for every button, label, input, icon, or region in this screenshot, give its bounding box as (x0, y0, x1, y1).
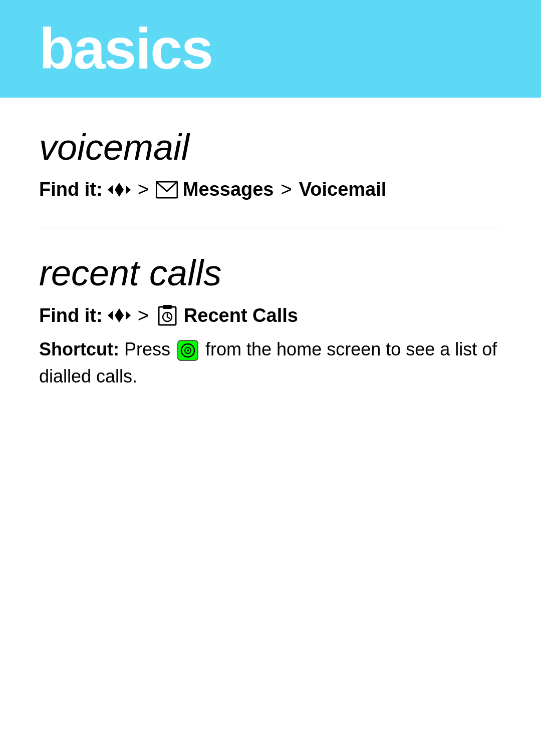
find-it-label-recent-calls: Find it: (39, 302, 103, 329)
voicemail-find-it: Find it: > Message (39, 176, 502, 203)
green-phone-icon (177, 340, 198, 361)
recent-calls-title: recent calls (39, 253, 502, 293)
header-bar: basics (0, 0, 541, 98)
shortcut-text-before: Press (124, 339, 175, 359)
svg-marker-4 (108, 311, 113, 320)
main-content: voicemail Find it: > (0, 98, 541, 445)
messages-label: Messages (183, 176, 274, 203)
find-it-label-voicemail: Find it: (39, 176, 103, 203)
recent-calls-section: recent calls Find it: > (39, 253, 502, 390)
voicemail-title: voicemail (39, 128, 502, 167)
voicemail-label: Voicemail (299, 176, 387, 203)
recent-calls-find-it: Find it: > (39, 302, 502, 329)
section-divider (39, 228, 502, 228)
svg-marker-2 (126, 185, 131, 194)
page-title: basics (39, 20, 212, 78)
phone-book-icon (156, 305, 179, 326)
voicemail-section: voicemail Find it: > (39, 128, 502, 203)
arrow-2-voicemail: > (281, 176, 292, 203)
svg-line-11 (167, 317, 170, 318)
svg-marker-0 (108, 185, 113, 194)
svg-marker-6 (126, 311, 131, 320)
svg-point-15 (187, 349, 189, 351)
hub-icon-voicemail (108, 180, 131, 199)
envelope-icon (156, 180, 178, 199)
svg-marker-5 (115, 308, 124, 322)
arrow-1-recent-calls: > (138, 302, 149, 329)
shortcut-description: Shortcut: Press from the home screen to … (39, 336, 502, 390)
svg-marker-1 (115, 183, 124, 197)
svg-rect-8 (163, 305, 172, 309)
shortcut-label: Shortcut: (39, 339, 119, 359)
recent-calls-label: Recent Calls (184, 302, 298, 329)
hub-icon-recent-calls (108, 306, 131, 325)
arrow-1-voicemail: > (138, 176, 149, 203)
